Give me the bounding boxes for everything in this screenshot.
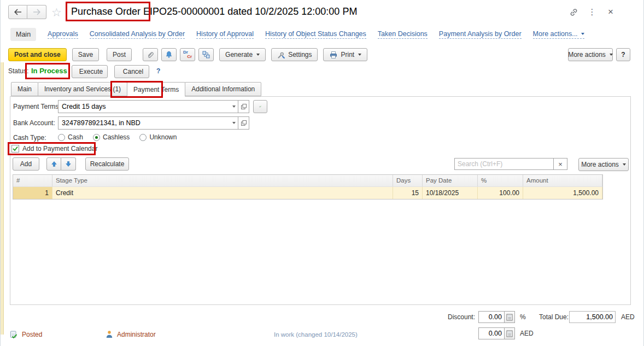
- history-nav-group: [8, 5, 46, 19]
- payment-terms-field[interactable]: Credit 15 days: [58, 100, 249, 113]
- cell-stage-type[interactable]: Credit: [52, 187, 393, 199]
- back-button[interactable]: [8, 5, 27, 19]
- cell-pay-date[interactable]: 10/18/2025: [423, 187, 478, 199]
- document-structure-button[interactable]: [198, 48, 214, 61]
- calculator-icon[interactable]: [504, 312, 514, 322]
- add-to-payment-calendar-checkbox-row[interactable]: Add to Payment Calendar: [11, 144, 97, 153]
- dr-cr-postings-button[interactable]: DrCr: [180, 48, 195, 61]
- table-row[interactable]: 1 Credit 15 10/18/2025 100.00 1,500.00: [13, 186, 602, 199]
- header-days[interactable]: Days: [393, 175, 423, 186]
- header-pay-date[interactable]: Pay Date: [423, 175, 478, 186]
- status-label: Status:: [8, 67, 28, 75]
- chevron-down-icon: [358, 54, 361, 56]
- dropdown-arrow-icon[interactable]: [229, 101, 238, 113]
- status-help-link[interactable]: ?: [156, 67, 160, 75]
- execute-button[interactable]: Execute: [72, 65, 108, 78]
- secondary-amount-field[interactable]: 0.00: [478, 327, 515, 339]
- form-modified-stripe: [1, 62, 4, 335]
- add-row-button[interactable]: Add: [13, 157, 39, 171]
- header-amount[interactable]: Amount: [523, 175, 602, 186]
- tab-payment-terms[interactable]: Payment Terms: [127, 82, 185, 97]
- close-icon[interactable]: ×: [605, 7, 616, 17]
- dr-cr-icon: DrCr: [183, 50, 192, 59]
- cell-amount[interactable]: 1,500.00: [523, 187, 602, 199]
- radio-cashless[interactable]: Cashless: [93, 133, 130, 141]
- more-actions-button[interactable]: More actions: [568, 48, 613, 61]
- radio-icon[interactable]: [58, 134, 65, 141]
- author-name: Administrator: [117, 331, 156, 338]
- header-number[interactable]: #: [13, 175, 52, 186]
- tab-main[interactable]: Main: [11, 82, 38, 96]
- settings-tools-icon: [277, 51, 285, 59]
- header-percent[interactable]: %: [478, 175, 523, 186]
- chevron-down-icon: [623, 163, 626, 166]
- post-button[interactable]: Post: [107, 48, 132, 61]
- chevron-down-icon: [581, 33, 584, 35]
- move-down-button[interactable]: [61, 157, 76, 171]
- open-payment-terms-icon[interactable]: [238, 101, 249, 113]
- nav-item-history-of-approval[interactable]: History of Approval: [196, 30, 254, 39]
- nav-item-taken-decisions[interactable]: Taken Decisions: [378, 30, 428, 39]
- open-bank-account-icon[interactable]: [238, 117, 249, 129]
- forward-button[interactable]: [27, 5, 46, 19]
- help-button[interactable]: ?: [616, 48, 630, 61]
- dropdown-arrow-icon[interactable]: [229, 117, 238, 129]
- page-title-object: Purchase Order: [71, 6, 140, 17]
- bank-account-label: Bank Account:: [13, 119, 55, 127]
- cash-type-group: Cash Cashless Unknown: [58, 133, 177, 142]
- move-row-group: [46, 157, 76, 171]
- cell-number[interactable]: 1: [13, 187, 52, 199]
- total-due-field[interactable]: 1,500.00: [569, 311, 616, 323]
- cash-type-label: Cash Type:: [13, 134, 46, 142]
- search-input[interactable]: [455, 159, 553, 169]
- nav-item-main[interactable]: Main: [10, 28, 36, 41]
- posted-label: Posted: [22, 331, 42, 338]
- payment-stages-table: # Stage Type Days Pay Date % Amount 1 Cr…: [13, 174, 603, 200]
- refill-stages-button[interactable]: [253, 100, 267, 113]
- arrow-right-icon: [33, 9, 41, 15]
- checkbox-checked-icon[interactable]: [11, 145, 19, 153]
- generate-button[interactable]: Generate: [219, 48, 266, 61]
- nav-item-approvals[interactable]: Approvals: [48, 30, 78, 39]
- header-stage-type[interactable]: Stage Type: [52, 175, 393, 186]
- search-clear-icon[interactable]: ×: [553, 159, 567, 169]
- attachments-button[interactable]: [143, 48, 158, 61]
- nav-more-actions[interactable]: More actions...: [533, 30, 584, 39]
- tab-inventory-and-services[interactable]: Inventory and Services (1): [38, 82, 127, 96]
- workflow-state: In work (changed 10/14/2025): [274, 331, 358, 338]
- link-icon[interactable]: [568, 7, 579, 17]
- reminders-button[interactable]: [161, 48, 177, 61]
- favorite-star-icon[interactable]: ☆: [51, 5, 62, 20]
- currency-label: AED: [621, 313, 635, 321]
- chevron-down-icon: [256, 54, 260, 56]
- post-and-close-button[interactable]: Post and close: [8, 48, 67, 61]
- settings-button[interactable]: Settings: [271, 48, 318, 61]
- cancel-button[interactable]: Cancel: [114, 65, 149, 78]
- tab-additional-information[interactable]: Additional Information: [185, 82, 261, 96]
- radio-cash[interactable]: Cash: [58, 133, 83, 141]
- kebab-menu-icon[interactable]: ⋮: [587, 7, 598, 17]
- move-up-button[interactable]: [46, 157, 61, 171]
- recalculate-button[interactable]: Recalculate: [85, 157, 129, 171]
- nav-item-consolidated-analysis[interactable]: Consolidated Analysis by Order: [90, 30, 185, 39]
- radio-unknown[interactable]: Unknown: [139, 133, 177, 141]
- arrow-down-icon: [65, 161, 72, 167]
- discount-field[interactable]: 0.00: [478, 311, 515, 323]
- nav-item-history-object-status[interactable]: History of Object Status Changes: [265, 30, 366, 39]
- radio-icon[interactable]: [139, 134, 147, 141]
- stages-more-actions-button[interactable]: More actions: [578, 158, 629, 171]
- title-actions: ⋮ ×: [568, 7, 616, 17]
- bank-account-field[interactable]: 32478978921341, in NBD: [58, 116, 249, 130]
- cell-days[interactable]: 15: [393, 187, 423, 199]
- add-to-payment-calendar-label: Add to Payment Calendar: [22, 145, 97, 153]
- cell-percent[interactable]: 100.00: [478, 187, 523, 199]
- posted-document-icon: [9, 330, 18, 339]
- radio-checked-icon[interactable]: [93, 134, 100, 141]
- status-row: Status: In Process Execute Cancel ?: [1, 64, 643, 79]
- save-button[interactable]: Save: [72, 48, 99, 61]
- calculator-icon[interactable]: [504, 328, 514, 339]
- payment-terms-value: Credit 15 days: [58, 103, 229, 110]
- nav-item-payment-analysis[interactable]: Payment Analysis by Order: [439, 30, 522, 39]
- bell-icon: [165, 50, 173, 59]
- print-button[interactable]: Print: [323, 48, 367, 61]
